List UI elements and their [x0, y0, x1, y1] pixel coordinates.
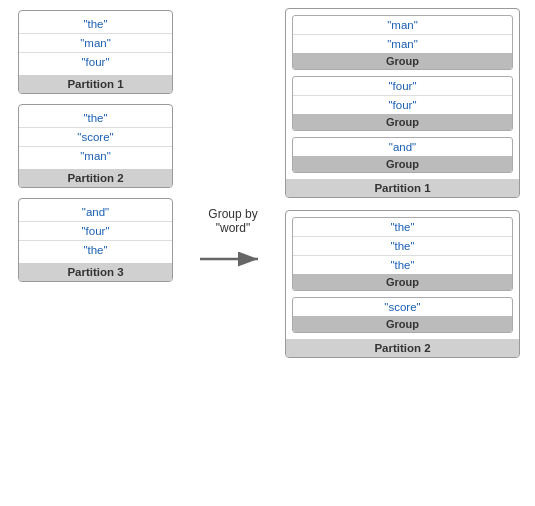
- arrow-label: Group by"word": [208, 207, 257, 235]
- group-label: Group: [293, 316, 512, 332]
- partition-label: Partition 1: [19, 75, 172, 93]
- left-partition-item: "the": [19, 241, 172, 259]
- group-item: "four": [293, 77, 512, 96]
- group-box: "and"Group: [292, 137, 513, 173]
- left-partition-item: "score": [19, 128, 172, 147]
- arrow-area: Group by"word": [188, 207, 278, 279]
- group-box: "the""the""the"Group: [292, 217, 513, 291]
- left-partition-item: "man": [19, 147, 172, 165]
- left-partition-item: "the": [19, 15, 172, 34]
- diagram: "the""man""four"Partition 1"the""score""…: [0, 0, 535, 506]
- right-partition-label: Partition 2: [286, 339, 519, 357]
- group-item: "and": [293, 138, 512, 156]
- group-item: "four": [293, 96, 512, 114]
- left-partition-item: "man": [19, 34, 172, 53]
- partition-label: Partition 3: [19, 263, 172, 281]
- left-partition-3: "and""four""the"Partition 3: [18, 198, 173, 282]
- group-box: "score"Group: [292, 297, 513, 333]
- group-label: Group: [293, 53, 512, 69]
- group-item: "the": [293, 256, 512, 274]
- group-item: "man": [293, 16, 512, 35]
- partition-label: Partition 2: [19, 169, 172, 187]
- right-section: "man""man"Group"four""four"Group"and"Gro…: [285, 8, 520, 358]
- group-label: Group: [293, 156, 512, 172]
- group-box: "man""man"Group: [292, 15, 513, 70]
- left-partition-2: "the""score""man"Partition 2: [18, 104, 173, 188]
- left-partition-item: "four": [19, 53, 172, 71]
- group-item: "the": [293, 237, 512, 256]
- left-partition-item: "four": [19, 222, 172, 241]
- group-label: Group: [293, 274, 512, 290]
- right-partition-2: "the""the""the"Group"score"GroupPartitio…: [285, 210, 520, 358]
- right-partition-1: "man""man"Group"four""four"Group"and"Gro…: [285, 8, 520, 198]
- arrow-text: Group by"word": [208, 207, 257, 235]
- left-partition-item: "and": [19, 203, 172, 222]
- group-box: "four""four"Group: [292, 76, 513, 131]
- arrow-icon: [198, 239, 268, 279]
- group-item: "score": [293, 298, 512, 316]
- left-section: "the""man""four"Partition 1"the""score""…: [18, 10, 173, 282]
- group-item: "the": [293, 218, 512, 237]
- left-partition-1: "the""man""four"Partition 1: [18, 10, 173, 94]
- left-partition-item: "the": [19, 109, 172, 128]
- right-partition-label: Partition 1: [286, 179, 519, 197]
- group-item: "man": [293, 35, 512, 53]
- group-label: Group: [293, 114, 512, 130]
